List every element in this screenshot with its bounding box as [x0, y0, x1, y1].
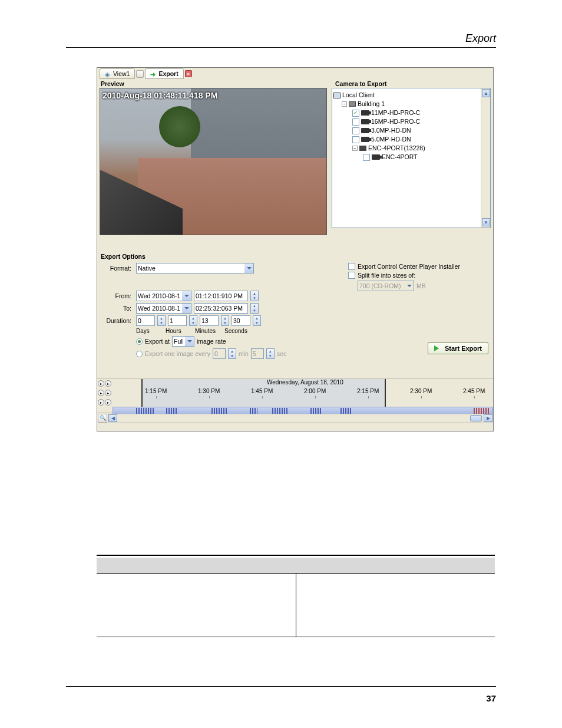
checkbox-checked[interactable]: ✓: [352, 110, 359, 117]
scroll-down-icon[interactable]: ▼: [482, 218, 490, 226]
from-time[interactable]: [194, 291, 248, 301]
scroll-right-icon[interactable]: ▶: [484, 414, 492, 422]
seconds-spinner[interactable]: ▲▼: [253, 315, 261, 326]
from-time-spinner[interactable]: ▲▼: [250, 291, 259, 301]
timeline-scrollbar[interactable]: ◀ ▶: [108, 414, 493, 423]
close-tab-button[interactable]: ×: [185, 70, 192, 77]
tab-view1[interactable]: ◈ View1: [100, 68, 135, 79]
tree-root[interactable]: Local Client: [333, 91, 489, 100]
timeline-icon[interactable]: ▸: [105, 380, 111, 387]
format-select[interactable]: [136, 263, 254, 274]
export-at-label: Export at: [145, 338, 170, 345]
seconds-input[interactable]: [232, 315, 250, 326]
days-caption: Days: [136, 328, 163, 334]
scroll-thumb[interactable]: [470, 415, 482, 421]
tab-bar: ◈ View1 ➜ Export ×: [97, 68, 493, 80]
play-icon: [434, 345, 442, 351]
camera-item[interactable]: 3.0MP-HD-DN: [333, 126, 489, 135]
scroll-up-icon[interactable]: ▲: [482, 89, 490, 97]
options-title: Export Options: [101, 252, 490, 261]
split-label: Split file into sizes of:: [358, 272, 415, 279]
days-input[interactable]: [136, 315, 155, 326]
checkbox[interactable]: [352, 127, 359, 134]
tab-menu-button[interactable]: [136, 70, 144, 78]
checkbox[interactable]: [352, 118, 359, 126]
scroll-left-icon[interactable]: ◀: [108, 414, 117, 422]
mb-label: MB: [416, 282, 426, 289]
timeline-icon[interactable]: ▸: [98, 390, 104, 396]
one-image-label: Export one image every: [145, 350, 210, 357]
days-spinner[interactable]: ▲▼: [157, 315, 166, 326]
page-number: 37: [486, 693, 496, 703]
duration-label: Duration:: [101, 317, 134, 324]
img-sec-input: [251, 348, 264, 359]
time-tick: 2:45 PM: [463, 388, 485, 394]
to-date[interactable]: [136, 303, 191, 314]
image-rate-select[interactable]: [172, 336, 194, 347]
tree-scrollbar[interactable]: ▲ ▼: [481, 88, 490, 228]
img-sec-spinner: ▲▼: [266, 348, 275, 359]
header-rule: [66, 47, 496, 48]
seconds-caption: Seconds: [224, 328, 247, 334]
camera-icon: [361, 119, 369, 124]
minutes-caption: Minutes: [195, 328, 222, 334]
hours-input[interactable]: [168, 315, 187, 326]
minutes-input[interactable]: [200, 315, 219, 326]
from-label: From:: [101, 292, 134, 299]
time-tick: 2:15 PM: [357, 388, 379, 394]
installer-checkbox[interactable]: [348, 263, 355, 270]
timeline-ruler[interactable]: 1:15 PM 1:30 PM 1:45 PM 2:00 PM 2:15 PM …: [113, 388, 493, 397]
one-image-radio[interactable]: [136, 351, 143, 357]
checkbox[interactable]: [363, 154, 370, 161]
camera-item[interactable]: 5.0MP-HD-DN: [333, 135, 489, 144]
tab-label: Export: [158, 70, 178, 77]
server-icon: [349, 101, 356, 107]
to-time-spinner[interactable]: ▲▼: [250, 303, 259, 314]
timeline-icon[interactable]: ▸: [105, 390, 111, 396]
tree-building[interactable]: −Building 1: [333, 100, 489, 108]
camera-title: Camera to Export: [332, 80, 491, 88]
checkbox[interactable]: [352, 136, 359, 143]
timestamp-overlay: 2010-Aug-18 01:48:11.418 PM: [103, 91, 217, 100]
img-min-input: [213, 348, 226, 359]
tab-export[interactable]: ➜ Export: [145, 68, 183, 79]
footer-rule: [66, 686, 496, 687]
start-export-button[interactable]: Start Export: [428, 342, 488, 354]
image-rate-label: image rate: [197, 338, 226, 345]
to-time[interactable]: [194, 303, 248, 314]
page-header: Export: [465, 32, 496, 45]
timeline-icon[interactable]: ▸: [98, 399, 104, 406]
min-label: min: [239, 350, 249, 357]
preview-group: Preview 2010-Aug-18 01:48:11.418 PM: [97, 80, 329, 248]
minutes-spinner[interactable]: ▲▼: [221, 315, 229, 326]
camera-item[interactable]: ✓11MP-HD-PRO-C: [333, 108, 489, 117]
preview-image: 2010-Aug-18 01:48:11.418 PM: [100, 88, 327, 235]
from-date[interactable]: [136, 291, 191, 301]
time-tick: 2:00 PM: [304, 388, 326, 394]
view-icon: ◈: [105, 71, 111, 77]
camera-group: Camera to Export Local Client −Building …: [329, 80, 493, 248]
collapse-icon[interactable]: −: [342, 101, 347, 107]
encoder-item[interactable]: −ENC-4PORT(13228): [333, 144, 489, 153]
encoder-icon: [359, 146, 366, 151]
timeline-date: Wednesday, August 18, 2010: [267, 379, 343, 386]
camera-icon: [361, 110, 369, 116]
hours-spinner[interactable]: ▲▼: [189, 315, 197, 326]
camera-item[interactable]: 16MP-HD-PRO-C: [333, 117, 489, 126]
format-label: Format:: [101, 265, 134, 272]
split-checkbox[interactable]: [348, 272, 355, 279]
preview-title: Preview: [97, 80, 329, 88]
start-export-label: Start Export: [445, 345, 482, 352]
timeline: ▸▸ Wednesday, August 18, 2010 ▸▸ 1:15 PM…: [97, 378, 493, 431]
to-label: To:: [101, 305, 134, 312]
collapse-icon[interactable]: −: [352, 146, 358, 151]
time-tick: 1:30 PM: [198, 388, 220, 394]
img-min-spinner: ▲▼: [228, 348, 236, 359]
zoom-in-button[interactable]: 🔍: [98, 414, 107, 423]
encoder-port[interactable]: ENC-4PORT: [333, 153, 489, 162]
camera-tree[interactable]: Local Client −Building 1 ✓11MP-HD-PRO-C …: [332, 88, 491, 228]
export-at-radio[interactable]: [136, 338, 143, 345]
table-placeholder: [97, 555, 495, 637]
timeline-icon[interactable]: ▸: [105, 399, 111, 406]
timeline-icon[interactable]: ▸: [98, 380, 104, 387]
